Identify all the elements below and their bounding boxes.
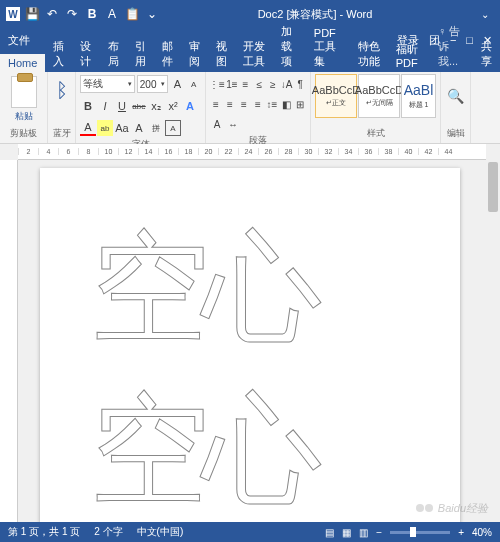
italic-button[interactable]: I [97, 98, 113, 114]
bluetooth-label: 蓝牙 [52, 127, 71, 141]
increase-indent-button[interactable]: ≥ [267, 76, 279, 92]
status-bar: 第 1 页，共 1 页 2 个字 中文(中国) ▤ ▦ ▥ − + 40% [0, 522, 500, 542]
document-title: Doc2 [兼容模式] - Word [160, 7, 470, 22]
tab-home[interactable]: Home [0, 54, 45, 72]
numbering-button[interactable]: 1≡ [226, 76, 238, 92]
font-color-button[interactable]: A [80, 120, 96, 136]
highlight-icon[interactable]: A [104, 6, 120, 22]
tab-mailings[interactable]: 邮件 [154, 36, 181, 72]
find-icon[interactable]: 🔍 [447, 88, 464, 104]
view-read-icon[interactable]: ▦ [342, 527, 351, 538]
title-bar: W 💾 ↶ ↷ B A 📋 ⌄ Doc2 [兼容模式] - Word ⌄ [0, 0, 500, 28]
superscript-button[interactable]: x² [165, 98, 181, 114]
align-right-button[interactable]: ≡ [238, 96, 250, 112]
font-name-select[interactable]: 等线▾ [80, 75, 135, 93]
line-spacing-button[interactable]: ↕≡ [266, 96, 278, 112]
decrease-indent-button[interactable]: ≤ [253, 76, 265, 92]
tab-features[interactable]: 特色功能 [350, 36, 388, 72]
group-editing: 🔍 编辑 [441, 72, 471, 143]
shading-button[interactable]: ◧ [280, 96, 292, 112]
save-icon[interactable]: 💾 [24, 6, 40, 22]
align-center-button[interactable]: ≡ [224, 96, 236, 112]
share-button[interactable]: 共享 [473, 36, 500, 72]
style-heading1[interactable]: AaBl 标题 1 [401, 74, 436, 118]
redo-icon[interactable]: ↷ [64, 6, 80, 22]
paste-icon[interactable] [11, 76, 37, 108]
ribbon: 粘贴 剪贴板 ᛒ 蓝牙 等线▾ 200▾ A A B I U abe x₂ x²… [0, 72, 500, 144]
bold-icon[interactable]: B [84, 6, 100, 22]
bluetooth-icon[interactable]: ᛒ [52, 76, 72, 104]
strike-button[interactable]: abe [131, 98, 147, 114]
ribbon-tabs: Home 插入 设计 布局 引用 邮件 审阅 视图 开发工具 加载项 PDF工具… [0, 52, 500, 72]
tab-foxit[interactable]: 福昕PDF [388, 39, 426, 72]
document-text-line2[interactable]: 空心 [90, 370, 410, 522]
phonetic-button[interactable]: 拼 [148, 120, 164, 136]
editing-label: 编辑 [445, 127, 466, 141]
vertical-ruler[interactable] [0, 160, 18, 522]
zoom-out-button[interactable]: − [376, 527, 382, 538]
tab-pdf-tools[interactable]: PDF工具集 [306, 24, 350, 72]
char-border-button[interactable]: A [165, 120, 181, 136]
tab-references[interactable]: 引用 [127, 36, 154, 72]
font-size-select[interactable]: 200▾ [137, 75, 168, 93]
tab-addins[interactable]: 加载项 [273, 21, 306, 72]
underline-button[interactable]: U [114, 98, 130, 114]
show-marks-button[interactable]: ¶ [294, 76, 306, 92]
view-print-icon[interactable]: ▤ [325, 527, 334, 538]
vertical-scrollbar[interactable] [486, 160, 500, 522]
bold-button[interactable]: B [80, 98, 96, 114]
group-styles: AaBbCcD ↵正文 AaBbCcD ↵无间隔 AaBl 标题 1 样式 [311, 72, 441, 143]
group-font: 等线▾ 200▾ A A B I U abe x₂ x² A A ab Aa A… [76, 72, 206, 143]
borders-button[interactable]: ⊞ [294, 96, 306, 112]
ribbon-options-icon[interactable]: ⌄ [470, 0, 500, 28]
styles-label: 样式 [315, 127, 436, 141]
shrink-font-icon[interactable]: A [187, 76, 201, 92]
tab-insert[interactable]: 插入 [45, 36, 72, 72]
page-indicator[interactable]: 第 1 页，共 1 页 [8, 525, 80, 539]
align-left-button[interactable]: ≡ [210, 96, 222, 112]
undo-icon[interactable]: ↶ [44, 6, 60, 22]
watermark: Baidu经验 [416, 501, 488, 516]
quick-access-toolbar: W 💾 ↶ ↷ B A 📋 ⌄ [0, 6, 160, 22]
bullets-button[interactable]: ⋮≡ [210, 76, 224, 92]
horizontal-ruler[interactable]: 2468101214161820222426283032343638404244 [18, 144, 486, 160]
grow-font-icon[interactable]: A [170, 76, 184, 92]
tab-view[interactable]: 视图 [208, 36, 235, 72]
window-controls: ⌄ [470, 0, 500, 28]
tab-design[interactable]: 设计 [72, 36, 99, 72]
style-no-spacing[interactable]: AaBbCcD ↵无间隔 [358, 74, 400, 118]
view-web-icon[interactable]: ▥ [359, 527, 368, 538]
text-effects-button[interactable]: A [182, 98, 198, 114]
subscript-button[interactable]: x₂ [148, 98, 164, 114]
tab-layout[interactable]: 布局 [100, 36, 127, 72]
zoom-level[interactable]: 40% [472, 527, 492, 538]
paste-icon[interactable]: 📋 [124, 6, 140, 22]
group-paragraph: ⋮≡ 1≡ ≡ ≤ ≥ ↓A ¶ ≡ ≡ ≡ ≡ ↕≡ ◧ ⊞ A ↔ [206, 72, 311, 143]
highlight-button[interactable]: ab [97, 120, 113, 136]
word-icon: W [6, 7, 20, 21]
zoom-slider[interactable] [390, 531, 450, 534]
change-case-button[interactable]: Aa [114, 120, 130, 136]
tell-me-search[interactable]: ♀ 告诉我... [430, 21, 473, 72]
style-normal[interactable]: AaBbCcD ↵正文 [315, 74, 357, 118]
group-bluetooth: ᛒ 蓝牙 [48, 72, 76, 143]
document-page[interactable]: 空心 空心 [40, 168, 460, 522]
file-menu[interactable]: 文件 [0, 29, 38, 52]
char-shading-button[interactable]: A [210, 116, 224, 132]
paste-button[interactable]: 粘贴 [4, 110, 43, 123]
zoom-in-button[interactable]: + [458, 527, 464, 538]
group-clipboard: 粘贴 剪贴板 [0, 72, 48, 143]
multilevel-button[interactable]: ≡ [240, 76, 252, 92]
clipboard-label: 剪贴板 [4, 127, 43, 141]
word-count[interactable]: 2 个字 [94, 525, 122, 539]
scroll-thumb[interactable] [488, 162, 498, 212]
language-indicator[interactable]: 中文(中国) [137, 525, 184, 539]
clear-format-button[interactable]: A [131, 120, 147, 136]
tab-review[interactable]: 审阅 [181, 36, 208, 72]
qat-dropdown-icon[interactable]: ⌄ [144, 6, 160, 22]
char-scaling-button[interactable]: ↔ [226, 116, 240, 132]
justify-button[interactable]: ≡ [252, 96, 264, 112]
sort-button[interactable]: ↓A [281, 76, 293, 92]
tab-developer[interactable]: 开发工具 [235, 36, 273, 72]
document-text-line1[interactable]: 空心 [90, 208, 410, 370]
